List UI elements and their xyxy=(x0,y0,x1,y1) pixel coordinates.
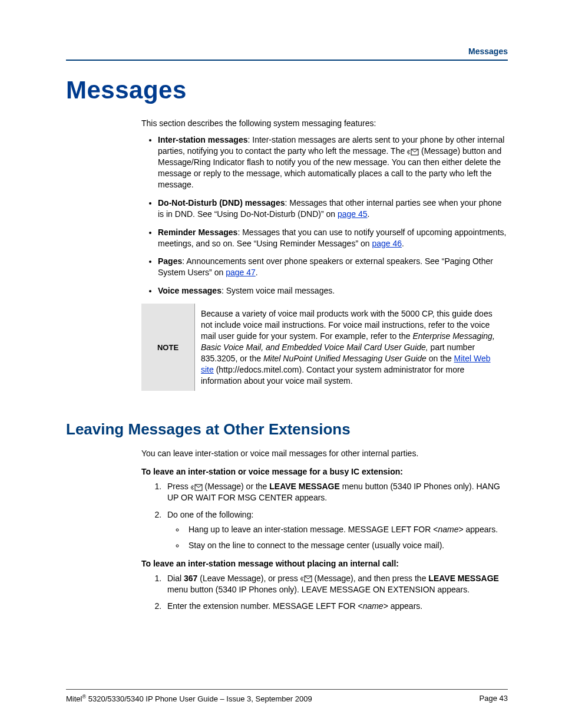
doc-title-italic: Mitel NuPoint Unified Messaging User Gui… xyxy=(263,354,427,363)
variable: name xyxy=(438,525,458,534)
section-heading: Leaving Messages at Other Extensions xyxy=(66,419,508,440)
dial-code: 367 xyxy=(184,574,197,583)
footer-left: Mitel® 5320/5330/5340 IP Phone User Guid… xyxy=(66,693,312,704)
text: . xyxy=(256,268,258,277)
text: Hang up to leave an inter-station messag… xyxy=(189,525,438,534)
note-box: NOTE Because a variety of voice mail pro… xyxy=(141,304,507,391)
intro-paragraph: This section describes the following sys… xyxy=(141,118,507,129)
list-item: Reminder Messages: Messages that you can… xyxy=(158,227,507,249)
text: Do one of the following: xyxy=(167,510,253,519)
text: (http://edocs.mitel.com). Contact your s… xyxy=(201,365,464,386)
text: 5320/5330/5340 IP Phone User Guide – Iss… xyxy=(86,694,312,703)
button-name: LEAVE MESSAGE xyxy=(428,574,499,583)
section-intro: You can leave inter-station or voice mai… xyxy=(141,448,507,459)
term: Voice messages xyxy=(158,286,222,295)
step: Do one of the following: Hang up to leav… xyxy=(164,509,507,551)
procedure-title: To leave an inter-station message withou… xyxy=(141,558,507,569)
note-label: NOTE xyxy=(141,304,195,391)
note-body: Because a variety of voice mail products… xyxy=(195,304,507,391)
text: Dial xyxy=(167,574,184,583)
list-item: Do-Not-Disturb (DND) messages: Messages … xyxy=(158,197,507,220)
page-header-section: Messages xyxy=(66,46,508,61)
page-link[interactable]: page 47 xyxy=(226,268,256,277)
term: Inter-station messages xyxy=(158,135,248,144)
list-item: Inter-station messages: Inter-station me… xyxy=(158,134,507,190)
procedure-steps: Press (Message) or the LEAVE MESSAGE men… xyxy=(152,481,507,551)
message-icon xyxy=(300,575,312,582)
text: : Announcements sent over phone speakers… xyxy=(158,256,493,277)
text: menu button (5340 IP Phones only). LEAVE… xyxy=(167,585,470,594)
section-body: You can leave inter-station or voice mai… xyxy=(141,448,507,612)
page-title: Messages xyxy=(66,74,508,107)
text: on the xyxy=(427,354,454,363)
footer-right: Page 43 xyxy=(480,693,508,704)
list-item: Stay on the line to connect to the messa… xyxy=(185,540,507,551)
list-item: Voice messages: System voice mail messag… xyxy=(158,285,507,297)
page-footer: Mitel® 5320/5330/5340 IP Phone User Guid… xyxy=(66,689,508,704)
text: Press xyxy=(167,482,191,491)
text: (Message) or the xyxy=(203,482,270,491)
procedure-title: To leave an inter-station or voice messa… xyxy=(141,466,507,477)
text: (Message), and then press the xyxy=(312,574,429,583)
variable: name xyxy=(363,601,384,611)
procedure-steps: Dial 367 (Leave Message), or press (Mess… xyxy=(152,573,507,612)
page-link[interactable]: page 46 xyxy=(372,239,402,248)
button-name: LEAVE MESSAGE xyxy=(269,482,340,491)
body-content: This section describes the following sys… xyxy=(141,118,507,391)
message-icon xyxy=(407,149,419,156)
text: Enter the extension number. MESSAGE LEFT… xyxy=(167,601,363,611)
sub-bullet-list: Hang up to leave an inter-station messag… xyxy=(167,524,507,551)
page-link[interactable]: page 45 xyxy=(338,209,368,219)
list-item: Hang up to leave an inter-station messag… xyxy=(185,524,507,535)
text: Mitel xyxy=(66,694,82,703)
feature-bullet-list: Inter-station messages: Inter-station me… xyxy=(147,134,507,297)
list-item: Pages: Announcements sent over phone spe… xyxy=(158,256,507,278)
term: Do-Not-Disturb (DND) messages xyxy=(158,198,285,207)
text: > appears. xyxy=(458,525,498,534)
step: Dial 367 (Leave Message), or press (Mess… xyxy=(164,573,507,595)
message-icon xyxy=(191,484,203,491)
term: Reminder Messages xyxy=(158,228,237,237)
document-page: Messages Messages This section describes… xyxy=(0,0,562,728)
term: Pages xyxy=(158,256,182,266)
text: . xyxy=(402,239,404,248)
text: (Leave Message), or press xyxy=(197,574,300,583)
step: Enter the extension number. MESSAGE LEFT… xyxy=(164,601,507,612)
text: > appears. xyxy=(384,601,423,611)
text: : System voice mail messages. xyxy=(222,286,335,295)
step: Press (Message) or the LEAVE MESSAGE men… xyxy=(164,481,507,503)
text: . xyxy=(368,209,370,219)
